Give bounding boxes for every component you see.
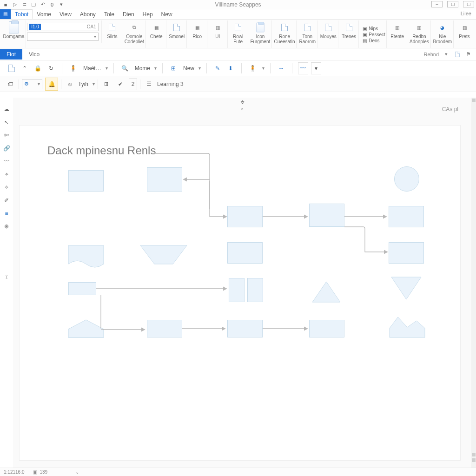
up-icon[interactable]: ⌃ bbox=[20, 62, 30, 74]
wand-icon[interactable]: ✧ bbox=[2, 183, 11, 192]
open-icon[interactable]: ⊂ bbox=[20, 1, 28, 8]
ribbon-btn[interactable]: Icon Furgment bbox=[249, 20, 272, 48]
save-icon[interactable]: ▷ bbox=[11, 1, 19, 8]
resize-icon[interactable]: ↔ bbox=[276, 62, 286, 74]
shape-rect[interactable] bbox=[147, 167, 182, 192]
new-icon[interactable]: ⊞ bbox=[168, 62, 178, 74]
tab-2[interactable]: Vome bbox=[33, 9, 55, 19]
shape-rect[interactable] bbox=[227, 320, 263, 337]
size-combo[interactable]: ⚙▾ bbox=[22, 79, 42, 89]
chevron-down-icon[interactable]: ▾ bbox=[106, 66, 108, 71]
doc-icon[interactable] bbox=[454, 51, 461, 58]
bars-icon[interactable]: ≡ bbox=[2, 209, 11, 218]
shape-rect[interactable] bbox=[309, 320, 344, 337]
ribbon-btn[interactable]: ⧉ Oomole Codepliet bbox=[123, 20, 146, 48]
chevron-down-icon[interactable]: ▾ bbox=[443, 51, 450, 58]
shape-circle[interactable] bbox=[394, 166, 419, 192]
flag-icon[interactable]: ⚑ bbox=[465, 51, 472, 58]
shape-rect[interactable] bbox=[247, 278, 263, 302]
toolbar-label[interactable]: Maét… bbox=[83, 65, 101, 72]
globe-icon[interactable]: ⊕ bbox=[2, 222, 11, 231]
shape-rect[interactable] bbox=[389, 206, 424, 227]
chevron-down-icon[interactable]: ▾ bbox=[198, 66, 201, 71]
ribbon-small-btn[interactable]: ▤ Dens bbox=[363, 38, 379, 43]
compass-icon[interactable]: ⌖ bbox=[2, 170, 11, 178]
shape-rect[interactable] bbox=[68, 170, 104, 192]
subtab-2[interactable]: Vico bbox=[22, 49, 46, 60]
tab-4[interactable]: Abony bbox=[76, 9, 100, 19]
ribbon-btn[interactable]: Mouyes bbox=[318, 20, 338, 48]
vertical-scrollbar[interactable] bbox=[471, 98, 476, 468]
scroll-up-icon[interactable] bbox=[472, 99, 476, 102]
person-icon[interactable]: 🧍 bbox=[247, 62, 258, 74]
handle-icon[interactable]: ✲▵ bbox=[240, 99, 245, 112]
page-icon[interactable] bbox=[7, 62, 17, 74]
ribbon-corner-label[interactable]: Lilee bbox=[456, 9, 476, 19]
tab-7[interactable]: Hep bbox=[139, 9, 157, 19]
calendar-icon[interactable]: 🗓 bbox=[101, 78, 112, 90]
bell-icon[interactable]: 🔔 bbox=[45, 78, 58, 91]
toolbar-label[interactable]: Learning 3 bbox=[157, 81, 184, 87]
status-icon[interactable]: ▣ bbox=[33, 469, 37, 475]
qat-overflow-icon[interactable]: ▾ bbox=[58, 1, 65, 8]
settings-icon[interactable]: ⎋ bbox=[64, 78, 75, 90]
toolbar-label[interactable]: Tyih bbox=[78, 81, 88, 87]
ribbon-btn[interactable]: Smonel bbox=[167, 20, 187, 48]
scroll-page-icon[interactable] bbox=[472, 458, 476, 462]
tab-5[interactable]: Tole bbox=[100, 9, 119, 19]
bookmark-icon[interactable]: 🏷 bbox=[5, 78, 16, 90]
tab-1[interactable]: Tobot bbox=[11, 9, 33, 19]
tab-8[interactable]: New bbox=[157, 9, 177, 19]
shape-rect[interactable] bbox=[227, 242, 263, 264]
maximize-button[interactable]: ▢ bbox=[447, 1, 458, 7]
subbar-right-label[interactable]: Rehnd bbox=[424, 52, 439, 57]
ribbon-btn[interactable]: Rowl Fute bbox=[229, 20, 248, 48]
canvas[interactable]: ✲▵ CAs pl Dаck mpinesnu Renls bbox=[13, 98, 471, 468]
close-button[interactable]: ▢ bbox=[463, 1, 474, 7]
search-icon[interactable]: 🔍 bbox=[119, 62, 130, 74]
shape-rect[interactable] bbox=[389, 242, 424, 264]
cloud-icon[interactable]: ☁ bbox=[2, 105, 11, 113]
minimize-button[interactable]: – bbox=[431, 1, 443, 7]
ribbon-btn[interactable]: Siirts bbox=[103, 20, 122, 48]
ribbon-btn[interactable]: ▥ Prets bbox=[455, 20, 474, 48]
shape-rect[interactable] bbox=[227, 206, 263, 227]
user-icon[interactable]: 🧍 bbox=[68, 62, 79, 74]
pencil-icon[interactable]: ✎ bbox=[212, 62, 223, 74]
diagram-page[interactable]: Dаck mpinesnu Renls bbox=[20, 126, 460, 460]
shape-rect[interactable] bbox=[309, 204, 344, 227]
lasso-icon[interactable]: 〰 bbox=[298, 62, 308, 74]
tab-3[interactable]: View bbox=[55, 9, 76, 19]
ribbon-btn[interactable]: ▥ UI bbox=[208, 20, 228, 48]
brush-icon[interactable]: ✐ bbox=[2, 196, 11, 205]
shape-rect[interactable] bbox=[229, 278, 245, 302]
shape-rect[interactable] bbox=[147, 320, 182, 337]
ribbon-small-btn[interactable]: ▣ Nips bbox=[363, 26, 378, 31]
list-icon[interactable]: ☰ bbox=[143, 78, 154, 90]
chevron-down-icon[interactable]: ▾ bbox=[154, 66, 157, 71]
chevron-down-icon[interactable]: ▾ bbox=[93, 81, 95, 86]
lock-icon[interactable]: 🔒 bbox=[33, 62, 43, 74]
check-icon[interactable]: ✔ bbox=[115, 78, 126, 90]
toolbar-label[interactable]: New bbox=[183, 65, 194, 72]
ribbon-btn[interactable]: ▦ Rico bbox=[188, 20, 207, 48]
app-icon[interactable]: ■ bbox=[2, 1, 9, 8]
down-arrow-icon[interactable]: ⬇ bbox=[225, 62, 236, 74]
subtab-1[interactable]: Fiot bbox=[0, 49, 22, 60]
refresh-icon[interactable]: ↻ bbox=[46, 62, 56, 74]
chevron-down-icon[interactable]: ▾ bbox=[262, 66, 264, 71]
paste-button[interactable]: Domgama bbox=[2, 20, 26, 48]
ribbon-btn[interactable]: ▥ Etente bbox=[388, 20, 407, 48]
link-icon[interactable]: 🔗 bbox=[2, 144, 11, 152]
scroll-down-icon[interactable] bbox=[472, 453, 476, 456]
ribbon-small-btn[interactable]: ▣ Pessect bbox=[363, 32, 385, 37]
ribbon-btn[interactable]: ▥ Redbn Adonples bbox=[408, 20, 430, 48]
anchor-icon[interactable]: ⟟ bbox=[2, 272, 11, 281]
counter[interactable]: 2 bbox=[129, 78, 137, 90]
cursor-icon[interactable]: ↖ bbox=[2, 118, 11, 126]
wave-icon[interactable]: 〰 bbox=[2, 157, 11, 165]
ribbon-btn[interactable]: Rone Cueesatin bbox=[273, 20, 297, 48]
name-box-dropdown[interactable]: ▾ bbox=[27, 33, 99, 41]
chevron-down-icon[interactable]: ▾ bbox=[311, 62, 321, 74]
toolbar-label[interactable]: Mome bbox=[135, 65, 150, 72]
